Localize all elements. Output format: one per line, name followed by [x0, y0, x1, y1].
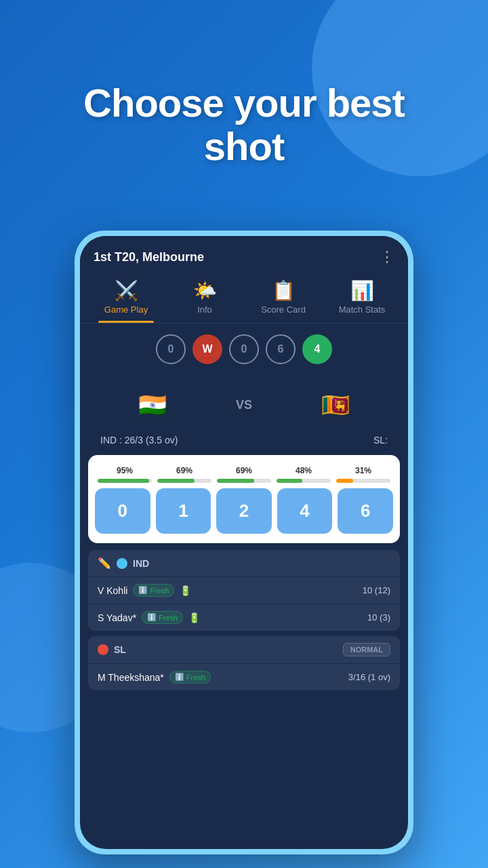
tab-navigation: ⚔️ Game Play 🌤️ Info 📋 Score Card 📊 Matc…: [80, 273, 408, 323]
pct-bar-3: [277, 479, 331, 483]
pct-fill-3: [277, 479, 302, 483]
battery-icon-2: 🔋: [188, 612, 200, 623]
phone-mockup: 1st T20, Melbourne ⋮ ⚔️ Game Play 🌤️ Inf…: [75, 231, 413, 854]
hero-line2: shot: [204, 124, 284, 168]
sl-player-1: M Theekshana* ℹ️ Fresh 3/16 (1 ov): [88, 663, 400, 690]
pct-3: 48%: [296, 466, 312, 475]
sl-player-1-fresh: ℹ️ Fresh: [169, 671, 211, 684]
pct-fill-2: [217, 479, 254, 483]
ind-player-2-info: S Yadav* ℹ️ Fresh 🔋: [98, 611, 200, 624]
shot-col-4: 31%: [333, 466, 393, 483]
ind-player-1-info: V Kohli ℹ️ Fresh 🔋: [98, 584, 191, 597]
shot-percentages: 95% 69% 69%: [95, 466, 393, 483]
match-title: 1st T20, Melbourne: [94, 250, 204, 264]
ind-player-2-score: 10 (3): [367, 612, 390, 623]
ind-dot: [117, 558, 127, 569]
ind-section: ✏️ IND V Kohli ℹ️ Fresh 🔋 10 (12) S Yada…: [88, 550, 400, 631]
sl-player-1-name: M Theekshana*: [98, 672, 164, 683]
sl-dot: [98, 644, 108, 655]
ball-3: 0: [229, 334, 259, 364]
info-icon: 🌤️: [193, 279, 217, 302]
pct-bar-4: [336, 479, 390, 483]
info-circle-icon: ℹ️: [138, 586, 148, 595]
ind-section-header: ✏️ IND: [88, 550, 400, 576]
tab-score-card-label: Score Card: [261, 304, 306, 315]
shot-col-0: 95%: [95, 466, 155, 483]
shot-btn-2[interactable]: 2: [216, 488, 272, 534]
phone-screen: 1st T20, Melbourne ⋮ ⚔️ Game Play 🌤️ Inf…: [80, 236, 408, 849]
shot-col-1: 69%: [155, 466, 214, 483]
info-circle-icon-sl: ℹ️: [175, 673, 184, 682]
shot-btn-0[interactable]: 0: [95, 488, 150, 534]
ball-1: 0: [156, 334, 186, 364]
balls-row: 0 W 0 6 4: [80, 323, 408, 375]
team-scores: IND : 26/3 (3.5 ov) SL:: [80, 435, 408, 455]
hero-text: Choose your best shot: [41, 81, 447, 168]
pct-1: 69%: [176, 466, 192, 475]
game-play-icon: ⚔️: [115, 279, 138, 302]
top-bar: 1st T20, Melbourne ⋮: [80, 236, 408, 273]
vs-separator: VS: [236, 398, 252, 412]
ind-team-name: IND: [133, 558, 149, 569]
pct-bar-0: [98, 479, 152, 483]
ind-player-1-name: V Kohli: [98, 585, 127, 596]
ind-player-1-score: 10 (12): [363, 585, 390, 595]
tab-game-play[interactable]: ⚔️ Game Play: [87, 273, 165, 323]
sl-player-1-score: 3/16 (1 ov): [348, 672, 390, 682]
shot-btn-3[interactable]: 4: [277, 488, 333, 534]
pct-fill-1: [157, 479, 195, 483]
sl-section-header: SL NORMAL: [88, 636, 400, 663]
ind-player-2-fresh: ℹ️ Fresh: [142, 611, 183, 624]
ball-5: 4: [302, 334, 332, 364]
tab-info-label: Info: [197, 304, 212, 315]
shot-col-2: 69%: [214, 466, 274, 483]
shot-selector: 95% 69% 69%: [88, 455, 400, 543]
tab-game-play-label: Game Play: [104, 304, 148, 315]
match-center: 🇮🇳 VS 🇱🇰: [80, 375, 408, 435]
shot-btn-1[interactable]: 1: [156, 488, 211, 534]
pct-2: 69%: [236, 466, 252, 475]
pct-fill-4: [336, 479, 353, 483]
sl-section: SL NORMAL M Theekshana* ℹ️ Fresh 3/16 (1…: [88, 636, 400, 690]
tab-match-stats-label: Match Stats: [339, 304, 386, 315]
tab-score-card[interactable]: 📋 Score Card: [244, 273, 323, 323]
away-team-score: SL:: [373, 435, 388, 446]
ind-player-1-fresh: ℹ️ Fresh: [133, 584, 174, 597]
tab-info[interactable]: 🌤️ Info: [165, 273, 244, 323]
edit-icon: ✏️: [98, 557, 111, 570]
info-circle-icon-2: ℹ️: [147, 613, 157, 622]
score-card-icon: 📋: [272, 279, 296, 302]
sl-team-name: SL: [114, 644, 126, 655]
home-team-flag: 🇮🇳: [132, 384, 173, 425]
ind-player-2-name: S Yadav*: [98, 612, 136, 623]
menu-button[interactable]: ⋮: [380, 248, 394, 266]
shot-col-3: 48%: [274, 466, 333, 483]
pct-0: 95%: [117, 466, 133, 475]
normal-badge[interactable]: NORMAL: [343, 643, 390, 656]
sl-player-1-info: M Theekshana* ℹ️ Fresh: [98, 671, 211, 684]
ball-4: 6: [266, 334, 296, 364]
home-team-score: IND : 26/3 (3.5 ov): [100, 435, 178, 446]
pct-bar-1: [157, 479, 211, 483]
pct-bar-2: [217, 479, 271, 483]
battery-icon-1: 🔋: [180, 585, 191, 596]
pct-4: 31%: [355, 466, 371, 475]
away-team-flag: 🇱🇰: [315, 384, 356, 425]
ind-player-2: S Yadav* ℹ️ Fresh 🔋 10 (3): [88, 604, 400, 631]
shot-buttons: 0 1 2 4 6: [95, 488, 393, 534]
ball-2: W: [192, 334, 222, 364]
shot-btn-4[interactable]: 6: [338, 488, 393, 534]
hero-line1: Choose your best: [83, 81, 405, 125]
ind-player-1: V Kohli ℹ️ Fresh 🔋 10 (12): [88, 576, 400, 604]
match-stats-icon: 📊: [350, 279, 374, 302]
pct-fill-0: [98, 479, 149, 483]
tab-match-stats[interactable]: 📊 Match Stats: [323, 273, 401, 323]
